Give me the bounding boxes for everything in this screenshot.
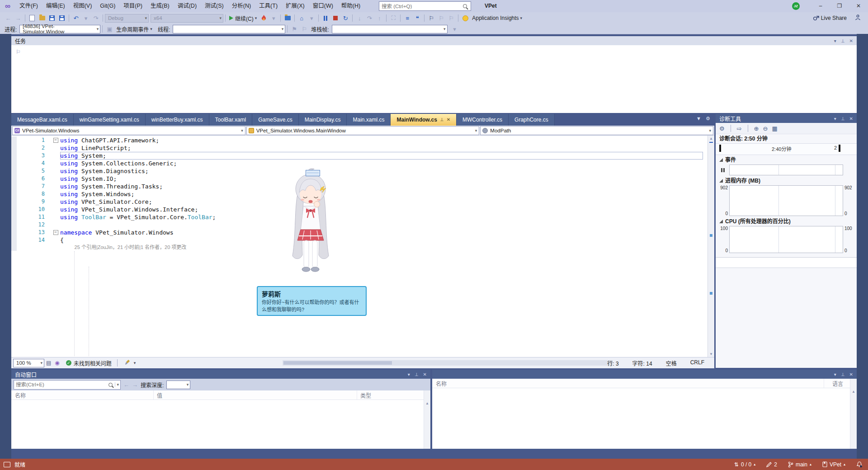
code-line[interactable]: 8using System.Windows; bbox=[11, 190, 703, 198]
menu-item-9[interactable]: 工具(T) bbox=[255, 0, 282, 12]
close-icon[interactable]: ✕ bbox=[849, 116, 853, 121]
code-cleanup-broom-icon[interactable] bbox=[125, 359, 131, 367]
code-cleanup-history-icon[interactable]: ◉ bbox=[55, 360, 59, 366]
feedback-icon[interactable] bbox=[855, 14, 861, 22]
application-insights-dropdown[interactable]: Application Insights▾ bbox=[470, 14, 524, 23]
step-into-icon[interactable]: ↓ bbox=[355, 14, 364, 23]
menu-item-10[interactable]: 扩展(X) bbox=[282, 0, 309, 12]
gear-icon[interactable]: ⚙ bbox=[719, 125, 725, 132]
restore-button[interactable]: ❐ bbox=[830, 0, 849, 12]
bookmark-icon[interactable]: ⚐ bbox=[427, 14, 436, 23]
codelens-text[interactable]: 25 个引用|ZouJin，21 小时前|1 名作者，20 项更改 bbox=[60, 244, 703, 251]
health-status[interactable]: 未找到相关问题 bbox=[74, 359, 112, 367]
doc-tab-MainWindow.cs[interactable]: MainWindow.cs⊥✕ bbox=[391, 114, 457, 126]
menu-item-3[interactable]: Git(G) bbox=[96, 0, 119, 12]
pin-icon[interactable]: ⊥ bbox=[841, 38, 845, 43]
thread-dropdown[interactable]: ▾ bbox=[173, 25, 285, 33]
close-icon[interactable]: ✕ bbox=[447, 114, 450, 126]
code-line[interactable]: 6using System.IO; bbox=[11, 175, 703, 183]
code-line[interactable]: 3using System; bbox=[11, 152, 703, 160]
code-map-icon[interactable]: ⛶ bbox=[389, 14, 398, 23]
avatar[interactable]: JZ bbox=[792, 2, 800, 10]
menu-item-7[interactable]: 测试(S) bbox=[201, 0, 228, 12]
code-line[interactable]: 14{ bbox=[11, 236, 703, 244]
doc-tab-GraphCore.cs[interactable]: GraphCore.cs bbox=[509, 114, 555, 126]
menu-item-6[interactable]: 调试(D) bbox=[174, 0, 201, 12]
autos-scrollbar[interactable]: ▲ bbox=[424, 390, 430, 449]
tab-overflow-icon[interactable]: ▼ bbox=[696, 116, 701, 122]
quick-search-box[interactable] bbox=[379, 1, 471, 11]
doc-tab-winBetterBuy.xaml.cs[interactable]: winBetterBuy.xaml.cs bbox=[146, 114, 209, 126]
panel-dropdown-icon[interactable]: ▾ bbox=[834, 372, 836, 377]
status-spaces[interactable]: 空格 bbox=[666, 359, 677, 367]
fold-toggle-icon[interactable]: − bbox=[51, 229, 60, 236]
reset-view-chart-icon[interactable]: ▦ bbox=[772, 125, 777, 132]
search-back-icon[interactable]: ← bbox=[123, 381, 129, 388]
menu-item-8[interactable]: 分析(N) bbox=[228, 0, 255, 12]
breakpoints-window-icon[interactable] bbox=[283, 14, 292, 23]
new-file-icon[interactable] bbox=[28, 14, 37, 23]
code-line[interactable]: 1−using ChatGPT.API.Framework; bbox=[11, 136, 703, 144]
menu-item-12[interactable]: 帮助(H) bbox=[337, 0, 364, 12]
callstack-scrollbar[interactable]: ▲ bbox=[850, 379, 857, 449]
branch-selector[interactable]: main▴ bbox=[788, 461, 811, 468]
doc-tab-winGameSetting.xaml.cs[interactable]: winGameSetting.xaml.cs bbox=[74, 114, 146, 126]
doc-tab-MainDisplay.cs[interactable]: MainDisplay.cs bbox=[299, 114, 347, 126]
pet-status-widget[interactable] bbox=[306, 170, 320, 176]
restart-icon[interactable]: ↻ bbox=[341, 14, 350, 23]
scroll-down-icon[interactable]: ▼ bbox=[709, 352, 713, 356]
fold-toggle-icon[interactable]: − bbox=[51, 136, 60, 144]
menu-item-11[interactable]: 窗口(W) bbox=[309, 0, 337, 12]
menu-item-5[interactable]: 生成(B) bbox=[146, 0, 174, 12]
open-file-icon[interactable] bbox=[38, 14, 47, 23]
sync-status[interactable]: ⇅ 0 / 0▴ bbox=[734, 461, 755, 468]
pause-icon[interactable] bbox=[321, 14, 330, 23]
diagnostics-titlebar[interactable]: 诊断工具 ▾ ⊥ ✕ bbox=[716, 114, 857, 123]
live-share-button[interactable]: Live Share bbox=[811, 14, 849, 23]
indent-icon[interactable]: ≡ bbox=[403, 14, 412, 23]
panel-dropdown-icon[interactable]: ▾ bbox=[834, 38, 836, 43]
callstack-column-headers[interactable]: 名称 语言 bbox=[432, 379, 857, 388]
editor-vertical-scrollbar[interactable]: ▲ ▼ bbox=[708, 136, 714, 357]
undo-dropdown-icon[interactable]: ▾ bbox=[81, 14, 90, 23]
pin-icon[interactable]: ⊥ bbox=[440, 114, 444, 126]
export-icon[interactable]: ⇨ bbox=[737, 125, 742, 132]
type-dropdown[interactable]: VPet_Simulator.Windows.MainWindow▾ bbox=[246, 126, 480, 135]
repo-selector[interactable]: VPet▴ bbox=[822, 461, 845, 468]
zoom-in-icon[interactable]: ⊕ bbox=[754, 125, 759, 132]
navigate-forward-icon[interactable]: → bbox=[14, 14, 23, 23]
scroll-up-icon[interactable]: ▲ bbox=[709, 136, 713, 141]
next-bookmark-icon[interactable]: ⚐ bbox=[447, 14, 456, 23]
step-out-icon[interactable]: ↑ bbox=[375, 14, 384, 23]
toolbar-overflow-icon[interactable]: ▾ bbox=[450, 24, 459, 33]
unflag-thread-icon[interactable]: ⚐ bbox=[300, 24, 309, 33]
menu-item-0[interactable]: 文件(F) bbox=[15, 0, 42, 12]
panel-dropdown-icon[interactable]: ▾ bbox=[408, 372, 410, 377]
project-dropdown[interactable]: C# VPet-Simulator.Windows▾ bbox=[12, 126, 245, 135]
doc-tab-MWController.cs[interactable]: MWController.cs bbox=[457, 114, 509, 126]
callstack-titlebar[interactable]: ▾ ⊥ ✕ bbox=[432, 370, 857, 379]
close-icon[interactable]: ✕ bbox=[849, 372, 853, 377]
status-eol[interactable]: CRLF bbox=[690, 359, 704, 367]
doc-tab-ToolBar.xaml[interactable]: ToolBar.xaml bbox=[209, 114, 253, 126]
close-button[interactable]: ✕ bbox=[849, 0, 868, 12]
prev-bookmark-icon[interactable]: ⚐ bbox=[437, 14, 446, 23]
code-line[interactable]: 7using System.Threading.Tasks; bbox=[11, 183, 703, 190]
save-all-icon[interactable] bbox=[57, 14, 66, 23]
search-depth-dropdown[interactable]: ▾ bbox=[166, 381, 190, 389]
tab-options-gear-icon[interactable]: ⚙ bbox=[706, 116, 710, 122]
autos-search-input[interactable] bbox=[14, 381, 108, 388]
events-pause-icon[interactable] bbox=[717, 164, 729, 175]
zoom-out-icon[interactable]: ⊖ bbox=[763, 125, 768, 132]
pin-icon[interactable]: ⊥ bbox=[841, 116, 845, 121]
status-screen-icon[interactable] bbox=[4, 462, 10, 467]
menu-item-1[interactable]: 编辑(E) bbox=[42, 0, 69, 12]
process-dropdown[interactable]: [48836] VPet-Simulator.Window▾ bbox=[19, 25, 100, 33]
comment-icon[interactable]: ❝ bbox=[413, 14, 422, 23]
code-line[interactable]: 2using LinePutScript; bbox=[11, 144, 703, 152]
panel-dropdown-icon[interactable]: ▾ bbox=[834, 116, 836, 121]
save-icon[interactable] bbox=[47, 14, 57, 23]
memory-section-header[interactable]: 进程内存 (MB) bbox=[716, 177, 857, 185]
code-line[interactable]: 11using ToolBar = VPet_Simulator.Core.To… bbox=[11, 213, 703, 221]
quick-search-input[interactable] bbox=[379, 3, 463, 9]
